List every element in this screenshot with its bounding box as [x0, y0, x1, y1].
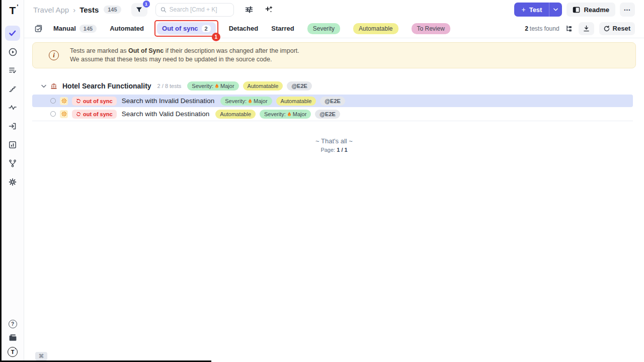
- ai-create-button[interactable]: [264, 5, 273, 14]
- suite-title: Hotel Search Functionality: [62, 82, 151, 90]
- sidebar-item-tests[interactable]: [5, 26, 20, 41]
- sidebar-item-import[interactable]: [5, 119, 20, 134]
- tab-detached[interactable]: Detached: [229, 25, 259, 32]
- out-of-sync-info-banner: i Tests are marked as Out of Sync if the…: [32, 42, 636, 68]
- test-status-circle[interactable]: [50, 98, 56, 104]
- plus-sparkle-icon: [265, 6, 272, 13]
- hierarchy-icon: [566, 25, 573, 32]
- flame-icon: [248, 99, 252, 104]
- sidebar-item-reports[interactable]: [5, 137, 20, 152]
- select-all-icon: [34, 25, 42, 33]
- pagination: Page: 1 / 1: [24, 147, 644, 153]
- book-icon: [573, 7, 580, 13]
- readme-label: Readme: [584, 6, 609, 14]
- bar-chart-icon: [9, 141, 17, 149]
- git-branch-icon: [9, 159, 17, 167]
- tab-automated[interactable]: Automated: [110, 25, 144, 32]
- tag-e2e[interactable]: @E2E: [320, 97, 345, 106]
- sync-arrows-icon: [76, 99, 81, 104]
- tab-out-of-sync[interactable]: Out of sync 2: [157, 22, 216, 35]
- filter-pill-severity[interactable]: Severity: [307, 23, 340, 34]
- tab-out-of-sync-wrap: Out of sync 2 1: [157, 22, 216, 35]
- select-all-button[interactable]: [33, 24, 43, 34]
- docs-folder-icon[interactable]: [9, 334, 17, 341]
- readme-button[interactable]: Readme: [567, 3, 615, 17]
- starburst-icon: [61, 111, 67, 117]
- tutorial-annotation-badge: 1: [212, 33, 220, 41]
- suite-building-icon: [50, 83, 57, 89]
- refresh-icon: [604, 26, 610, 32]
- tab-manual-count: 145: [79, 25, 97, 33]
- tab-manual-label: Manual: [53, 25, 76, 32]
- test-list: out of sync Search with Invalid Destinat…: [32, 95, 633, 121]
- sidebar-item-pulse[interactable]: [5, 100, 20, 115]
- pulse-icon: [9, 104, 17, 112]
- tag-severity[interactable]: Severity: Major: [187, 81, 238, 90]
- top-right-actions: + Test Readme ⋯: [514, 3, 635, 17]
- new-test-label: Test: [529, 6, 542, 14]
- test-row[interactable]: out of sync Search with Valid Destinatio…: [32, 108, 633, 120]
- sidebar-item-plans[interactable]: [5, 63, 20, 78]
- main-area: Travel App › Tests 145 1 + Test: [24, 0, 644, 362]
- search-box[interactable]: [155, 3, 234, 17]
- tag-severity[interactable]: Severity: Major: [220, 97, 272, 106]
- test-state-icon: [60, 110, 68, 118]
- test-state-icon: [60, 97, 68, 105]
- sidebar-item-settings[interactable]: [5, 174, 20, 190]
- end-of-list-text: ~ That's all ~: [24, 137, 644, 145]
- new-test-dropdown[interactable]: [549, 3, 562, 17]
- gear-icon: [9, 178, 17, 186]
- out-of-sync-badge: out of sync: [72, 97, 117, 106]
- command-palette-key[interactable]: ⌘: [35, 352, 47, 360]
- tag-automatable[interactable]: Automatable: [243, 81, 283, 90]
- filter-button[interactable]: 1: [131, 3, 147, 17]
- flame-icon: [287, 112, 291, 117]
- filter-pill-automatable[interactable]: Automatable: [353, 23, 398, 34]
- download-icon: [583, 25, 590, 32]
- app-logo[interactable]: T: [10, 5, 16, 17]
- breadcrumb-project[interactable]: Travel App: [33, 6, 69, 14]
- sidebar-item-branches[interactable]: [5, 156, 20, 171]
- sidebar-bottom: ? T: [8, 320, 18, 362]
- view-settings-button[interactable]: [244, 5, 254, 14]
- filter-tab-bar: Manual 145 Automated Out of sync 2 1 Det…: [24, 19, 644, 38]
- tag-automatable[interactable]: Automatable: [215, 110, 256, 119]
- reset-button[interactable]: Reset: [599, 22, 635, 35]
- page-title: Tests: [79, 6, 99, 14]
- results-count-number: 2: [525, 25, 528, 32]
- tree-view-toggle[interactable]: [565, 24, 574, 33]
- chevron-down-icon: [553, 8, 558, 11]
- test-status-circle[interactable]: [50, 111, 56, 117]
- results-count: 2tests found: [525, 25, 559, 32]
- tab-starred[interactable]: Starred: [271, 25, 294, 32]
- tab-out-of-sync-count: 2: [202, 25, 211, 32]
- chevron-down-icon: [41, 84, 46, 88]
- results-count-label: tests found: [530, 25, 559, 32]
- test-title: Search with Valid Destination: [122, 110, 210, 118]
- suite-row[interactable]: Hotel Search Functionality 2 / 8 tests S…: [24, 68, 644, 95]
- banner-text: Tests are marked as Out of Sync if their…: [70, 47, 299, 64]
- tag-automatable[interactable]: Automatable: [276, 97, 316, 106]
- new-test-button[interactable]: + Test: [514, 3, 562, 17]
- sidebar-item-steps[interactable]: [5, 81, 20, 97]
- tests-total-count: 145: [104, 6, 121, 14]
- search-icon: [160, 7, 167, 13]
- test-row[interactable]: out of sync Search with Invalid Destinat…: [32, 95, 633, 107]
- tab-bar-right: 2tests found Reset: [525, 22, 635, 35]
- top-bar: Travel App › Tests 145 1 + Test: [24, 0, 644, 19]
- breadcrumb-separator: ›: [73, 6, 75, 14]
- sidebar-item-runs[interactable]: [5, 44, 20, 59]
- tag-e2e[interactable]: @E2E: [287, 81, 312, 90]
- filter-pill-to-review[interactable]: To Review: [412, 23, 450, 34]
- tag-e2e[interactable]: @E2E: [315, 110, 340, 119]
- tab-manual[interactable]: Manual 145: [53, 25, 97, 33]
- out-of-sync-badge: out of sync: [72, 110, 117, 119]
- export-button[interactable]: [579, 22, 594, 35]
- more-actions-button[interactable]: ⋯: [620, 3, 635, 17]
- starburst-icon: [61, 98, 67, 104]
- search-input[interactable]: [170, 6, 229, 13]
- account-logo-icon[interactable]: T: [8, 347, 18, 357]
- tag-severity[interactable]: Severity: Major: [260, 110, 311, 119]
- sidebar: T ? T: [2, 0, 24, 362]
- help-icon[interactable]: ?: [9, 320, 17, 328]
